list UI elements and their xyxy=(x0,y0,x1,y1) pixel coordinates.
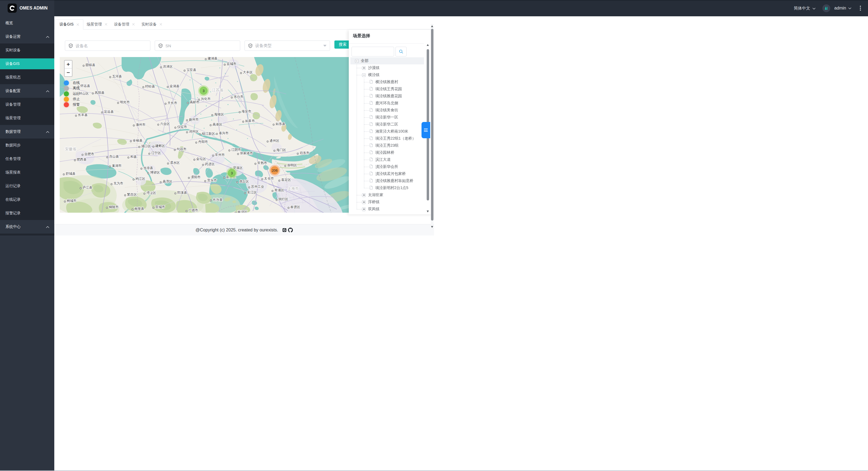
panel-scrollbar-up-arrow[interactable] xyxy=(427,44,429,46)
zoom-out-button[interactable]: − xyxy=(65,68,72,76)
map-label-合肥市: 合肥市 xyxy=(85,152,94,156)
tree-node-璜泾新华一区[interactable]: 璜泾新华一区 xyxy=(350,114,424,121)
tree-node-label: 沙溪镇 xyxy=(368,65,379,70)
map-label-武进区: 武进区 xyxy=(205,162,215,166)
tree-node-沙溪镇[interactable]: 沙溪镇 xyxy=(350,64,424,71)
outer-scrollbar-thumb[interactable] xyxy=(431,29,433,220)
map-label-润州区: 润州区 xyxy=(189,129,199,134)
sidebar-subitem-实时设备[interactable]: 实时设备 xyxy=(0,43,54,57)
map-label-启东市: 启东市 xyxy=(300,151,309,155)
close-icon[interactable] xyxy=(132,23,135,26)
map-label-高邮市: 高邮市 xyxy=(190,100,199,104)
scene-search-button[interactable] xyxy=(396,47,407,57)
map-label-铜陵市: 铜陵市 xyxy=(108,205,119,209)
tab-设备管理[interactable]: 设备管理 xyxy=(111,19,138,29)
tree-node-璜泾新明村2台1点5[interactable]: 璜泾新明村2台1点5 xyxy=(350,184,424,192)
sn-input[interactable] xyxy=(165,43,237,48)
tree-node-璜泾新华二区[interactable]: 璜泾新华二区 xyxy=(350,121,424,128)
file-icon xyxy=(369,171,373,177)
close-icon[interactable] xyxy=(159,23,162,26)
sn-field[interactable] xyxy=(155,40,240,51)
scene-search-input[interactable] xyxy=(351,47,394,57)
tree-node-label: 横泾镇雅鹿村 xyxy=(375,80,398,85)
tab-label: 实时设备 xyxy=(142,22,157,27)
github-icon[interactable] xyxy=(288,228,293,233)
outer-scrollbar-down-arrow[interactable] xyxy=(431,226,433,228)
device-name-input[interactable] xyxy=(76,43,147,48)
tab-场景管理[interactable]: 场景管理 xyxy=(83,19,111,29)
tree-node-横泾镇[interactable]: 横泾镇 xyxy=(350,71,424,79)
map-label-建湖县: 建湖县 xyxy=(207,57,217,60)
tree-node-湘里泾大桥南100米[interactable]: 湘里泾大桥南100米 xyxy=(350,128,424,135)
outer-scrollbar-up-arrow[interactable] xyxy=(431,25,433,27)
tree-node-横泾镇雅鹿村[interactable]: 横泾镇雅鹿村 xyxy=(350,79,424,86)
tree-collapse-icon[interactable] xyxy=(362,73,366,77)
gitee-icon[interactable] xyxy=(283,228,286,232)
tree-node-璜泾园林桥[interactable]: 璜泾园林桥 xyxy=(350,149,424,156)
sidebar-item-系统中心[interactable]: 系统中心 xyxy=(0,220,54,234)
tree-node-潢泾镇孟河包家桥[interactable]: 潢泾镇孟河包家桥 xyxy=(350,170,424,177)
panel-scrollbar-down-arrow[interactable] xyxy=(427,210,429,212)
tab-实时设备[interactable]: 实时设备 xyxy=(138,19,165,29)
sidebar-item-设备运营[interactable]: 设备运营 xyxy=(0,30,54,43)
tree-node-浮桥镇[interactable]: 浮桥镇 xyxy=(350,199,424,206)
tree-guide-stub xyxy=(356,209,362,209)
sidebar-item-设备配置[interactable]: 设备配置 xyxy=(0,84,54,98)
legend-label: 停止 xyxy=(73,97,80,101)
sidebar-item-数据管理[interactable]: 数据管理 xyxy=(0,125,54,139)
tree-guide-stub xyxy=(356,202,362,202)
sidebar-subitem-任务管理[interactable]: 任务管理 xyxy=(0,152,54,166)
map-cluster-marker[interactable]: 206 xyxy=(269,165,280,176)
map-cluster-marker[interactable]: 3 xyxy=(226,168,237,178)
map-label-湾沚区: 湾沚区 xyxy=(146,191,156,195)
legend-item-停止: 停止 xyxy=(64,96,80,102)
tree-node-璜泾镇王秀花园[interactable]: 璜泾镇王秀花园 xyxy=(350,86,424,93)
file-icon xyxy=(369,115,373,120)
tree-node-璜泾镇美食街[interactable]: 璜泾镇美食街 xyxy=(350,107,424,114)
tree-guide-stub xyxy=(364,131,370,132)
tab-设备GIS[interactable]: 设备GIS xyxy=(54,19,83,30)
tree-node-璜泾王秀22组1（老桥）[interactable]: 璜泾王秀22组1（老桥） xyxy=(350,135,424,142)
map-label-通州区: 通州区 xyxy=(270,139,279,143)
zoom-in-button[interactable]: + xyxy=(65,61,72,68)
sidebar-subitem-场景管理[interactable]: 场景管理 xyxy=(0,111,54,125)
panel-expand-button[interactable] xyxy=(422,122,430,138)
tree-expand-icon[interactable] xyxy=(362,194,366,197)
sidebar-subitem-数据同步[interactable]: 数据同步 xyxy=(0,139,54,152)
sidebar-subitem-设备GIS[interactable]: 设备GIS xyxy=(0,58,54,69)
tree-expand-icon[interactable] xyxy=(362,208,366,211)
sidebar-subitem-运行记录[interactable]: 运行记录 xyxy=(0,179,54,193)
map-legend: 在线离线运行停止报警 xyxy=(64,80,80,107)
sidebar-subitem-报警记录[interactable]: 报警记录 xyxy=(0,206,54,220)
tree-node-label: 太湖世家 xyxy=(368,193,383,198)
sidebar-subitem-场景组态[interactable]: 场景组态 xyxy=(0,70,54,84)
tree-node-全部[interactable]: 全部 xyxy=(350,57,424,64)
map-label-奉贤区: 奉贤区 xyxy=(290,205,300,209)
tree-guide-stub xyxy=(364,153,370,153)
map-label-扬州市: 扬州市 xyxy=(189,118,199,121)
tree-node-璜泾王秀23组[interactable]: 璜泾王秀23组 xyxy=(350,142,424,149)
sidebar-item-概览[interactable]: 概览 xyxy=(0,16,54,30)
tree-expand-icon[interactable] xyxy=(362,201,366,204)
tree-node-双凤镇[interactable]: 双凤镇 xyxy=(350,206,424,213)
sidebar-subitem-场景报表[interactable]: 场景报表 xyxy=(0,166,54,179)
device-name-field[interactable] xyxy=(65,40,150,51)
tree-node-太湖世家[interactable]: 太湖世家 xyxy=(350,192,424,199)
device-type-select[interactable]: 设备类型 xyxy=(245,40,330,51)
tree-guide-stub xyxy=(364,124,370,125)
tree-expand-icon[interactable] xyxy=(362,66,366,70)
sidebar-subitem-设备管理[interactable]: 设备管理 xyxy=(0,98,54,111)
sidebar-subitem-在线记录[interactable]: 在线记录 xyxy=(0,193,54,206)
tree-node-潢泾镇雅鹿村靠如意桥[interactable]: 潢泾镇雅鹿村靠如意桥 xyxy=(350,177,424,184)
tree-node-鹿河环岛北侧[interactable]: 鹿河环岛北侧 xyxy=(350,100,424,107)
tree-node-潢泾新华会所[interactable]: 潢泾新华会所 xyxy=(350,163,424,170)
close-icon[interactable] xyxy=(104,23,107,26)
map-cluster-marker[interactable]: 3 xyxy=(198,85,209,96)
tree-collapse-icon[interactable] xyxy=(355,59,359,63)
map[interactable]: 固镇县洪泽区宝应县建湖县盐城市大丰区五河县盱眙县金湖县兴化市东台市高邮市明光市天… xyxy=(60,57,349,213)
tree-node-label: 全部 xyxy=(361,58,369,63)
close-icon[interactable] xyxy=(76,23,79,26)
tree-node-滨江大道[interactable]: 滨江大道 xyxy=(350,156,424,163)
map-label-固镇县: 固镇县 xyxy=(86,63,95,67)
tree-node-璜泾镇雅鹿花园[interactable]: 璜泾镇雅鹿花园 xyxy=(350,93,424,100)
